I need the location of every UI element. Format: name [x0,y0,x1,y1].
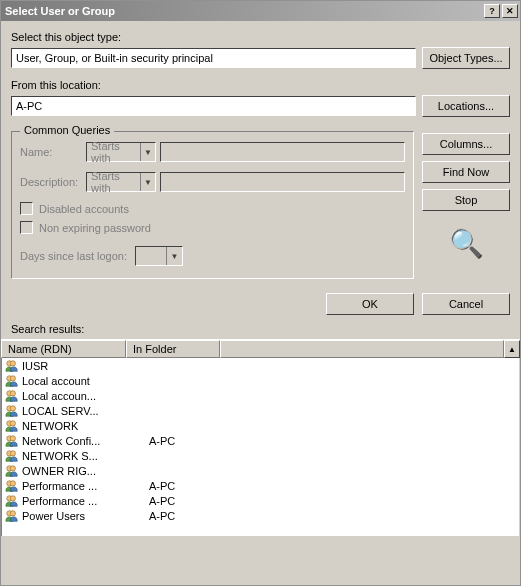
svg-point-21 [10,510,15,515]
svg-point-19 [10,495,15,500]
users-icon [4,494,20,508]
users-icon [4,479,20,493]
svg-point-11 [10,435,15,440]
search-icon: 🔍 [422,227,510,260]
result-name: LOCAL SERV... [22,405,145,417]
svg-point-3 [10,375,15,380]
search-results-label: Search results: [11,323,510,335]
result-name: Local account [22,375,145,387]
users-icon [4,374,20,388]
non-expiring-label: Non expiring password [39,222,151,234]
result-name: Power Users [22,510,145,522]
users-icon [4,404,20,418]
description-label: Description: [20,176,82,188]
users-icon [4,359,20,373]
dialog-content: Select this object type: Object Types...… [1,21,520,335]
chevron-down-icon: ▼ [166,247,182,265]
chevron-down-icon: ▼ [140,173,155,191]
result-row[interactable]: NETWORK S... [2,448,519,463]
scroll-up-button[interactable]: ▲ [504,340,520,358]
users-icon [4,509,20,523]
days-since-label: Days since last logon: [20,250,127,262]
result-row[interactable]: IUSR [2,358,519,373]
common-queries-group: Common Queries Name: Starts with ▼ Descr… [11,131,414,279]
svg-point-1 [10,360,15,365]
svg-point-7 [10,405,15,410]
result-row[interactable]: LOCAL SERV... [2,403,519,418]
object-type-input[interactable] [11,48,416,68]
common-queries-legend: Common Queries [20,124,114,136]
result-row[interactable]: Local account [2,373,519,388]
from-location-label: From this location: [11,79,510,91]
window-title: Select User or Group [5,5,482,17]
result-name: Network Confi... [22,435,145,447]
cancel-button[interactable]: Cancel [422,293,510,315]
result-folder: A-PC [145,510,239,522]
titlebar-buttons: ? ✕ [482,4,518,18]
name-label: Name: [20,146,82,158]
result-name: NETWORK S... [22,450,145,462]
location-input[interactable] [11,96,416,116]
users-icon [4,434,20,448]
result-row[interactable]: OWNER RIG... [2,463,519,478]
description-input[interactable] [160,172,405,192]
column-header-spacer [220,340,504,358]
result-row[interactable]: Performance ...A-PC [2,493,519,508]
disabled-accounts-checkbox[interactable] [20,202,33,215]
result-folder: A-PC [145,495,239,507]
result-name: Performance ... [22,495,145,507]
result-row[interactable]: NETWORK [2,418,519,433]
result-name: Local accoun... [22,390,145,402]
result-name: IUSR [22,360,145,372]
name-match-combo[interactable]: Starts with ▼ [86,142,156,162]
object-types-button[interactable]: Object Types... [422,47,510,69]
locations-button[interactable]: Locations... [422,95,510,117]
disabled-accounts-label: Disabled accounts [39,203,129,215]
users-icon [4,389,20,403]
help-button[interactable]: ? [484,4,500,18]
users-icon [4,449,20,463]
result-folder: A-PC [145,480,239,492]
non-expiring-checkbox[interactable] [20,221,33,234]
days-since-combo[interactable]: ▼ [135,246,183,266]
object-type-label: Select this object type: [11,31,510,43]
result-row[interactable]: Power UsersA-PC [2,508,519,523]
ok-button[interactable]: OK [326,293,414,315]
columns-button[interactable]: Columns... [422,133,510,155]
users-icon [4,419,20,433]
result-row[interactable]: Network Confi...A-PC [2,433,519,448]
name-input[interactable] [160,142,405,162]
users-icon [4,464,20,478]
result-folder: A-PC [145,435,239,447]
titlebar: Select User or Group ? ✕ [1,1,520,21]
description-match-combo[interactable]: Starts with ▼ [86,172,156,192]
stop-button[interactable]: Stop [422,189,510,211]
svg-point-13 [10,450,15,455]
column-header-name[interactable]: Name (RDN) [1,340,126,358]
result-name: OWNER RIG... [22,465,145,477]
chevron-down-icon: ▼ [140,143,155,161]
results-list[interactable]: IUSRLocal accountLocal accoun...LOCAL SE… [1,358,520,536]
svg-point-15 [10,465,15,470]
column-header-folder[interactable]: In Folder [126,340,220,358]
result-name: NETWORK [22,420,145,432]
svg-point-9 [10,420,15,425]
find-now-button[interactable]: Find Now [422,161,510,183]
result-name: Performance ... [22,480,145,492]
svg-point-17 [10,480,15,485]
svg-point-5 [10,390,15,395]
result-row[interactable]: Local accoun... [2,388,519,403]
results-header: Name (RDN) In Folder ▲ [1,339,520,358]
result-row[interactable]: Performance ...A-PC [2,478,519,493]
close-button[interactable]: ✕ [502,4,518,18]
